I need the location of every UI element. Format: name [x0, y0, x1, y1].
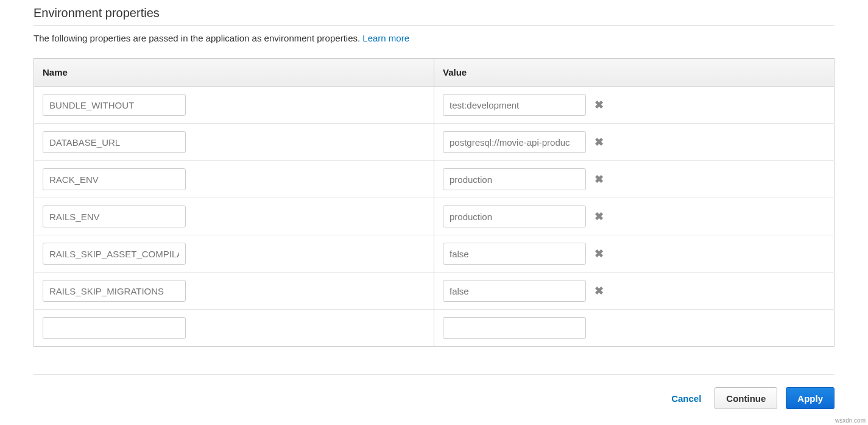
- remove-icon[interactable]: ✖: [595, 174, 604, 185]
- section-title: Environment properties: [34, 6, 834, 26]
- continue-button[interactable]: Continue: [715, 387, 777, 409]
- env-props-body: ✖ ✖ ✖: [34, 87, 834, 347]
- prop-name-input[interactable]: [43, 317, 186, 339]
- col-header-value: Value: [434, 59, 834, 87]
- table-row: ✖: [34, 87, 834, 124]
- footer-divider: [34, 374, 834, 375]
- prop-name-input[interactable]: [43, 205, 186, 227]
- remove-icon[interactable]: ✖: [595, 211, 604, 222]
- cancel-button[interactable]: Cancel: [666, 387, 706, 409]
- prop-value-input[interactable]: [443, 243, 586, 265]
- remove-icon[interactable]: ✖: [595, 99, 604, 110]
- prop-value-input[interactable]: [443, 205, 586, 227]
- table-row: ✖: [34, 198, 834, 235]
- env-props-table: Name Value ✖ ✖: [34, 58, 834, 347]
- remove-icon[interactable]: ✖: [595, 285, 604, 296]
- table-row: ✖: [34, 273, 834, 310]
- table-row: ✖: [34, 124, 834, 161]
- prop-value-input[interactable]: [443, 280, 586, 302]
- remove-icon[interactable]: ✖: [595, 248, 604, 259]
- table-row: ✖: [34, 235, 834, 273]
- table-row: ✖: [34, 161, 834, 198]
- table-row: [34, 310, 834, 347]
- prop-value-input[interactable]: [443, 131, 586, 153]
- description-text: The following properties are passed in t…: [34, 33, 360, 43]
- prop-name-input[interactable]: [43, 280, 186, 302]
- prop-value-input[interactable]: [443, 317, 586, 339]
- footer-actions: Cancel Continue Apply: [34, 387, 834, 409]
- prop-value-input[interactable]: [443, 94, 586, 116]
- prop-name-input[interactable]: [43, 168, 186, 190]
- section-description: The following properties are passed in t…: [34, 33, 834, 43]
- col-header-name: Name: [34, 59, 434, 87]
- learn-more-link[interactable]: Learn more: [362, 33, 409, 43]
- prop-name-input[interactable]: [43, 243, 186, 265]
- watermark: wsxdn.com: [835, 417, 866, 424]
- prop-value-input[interactable]: [443, 168, 586, 190]
- apply-button[interactable]: Apply: [786, 387, 834, 409]
- prop-name-input[interactable]: [43, 131, 186, 153]
- prop-name-input[interactable]: [43, 94, 186, 116]
- remove-icon[interactable]: ✖: [595, 137, 604, 148]
